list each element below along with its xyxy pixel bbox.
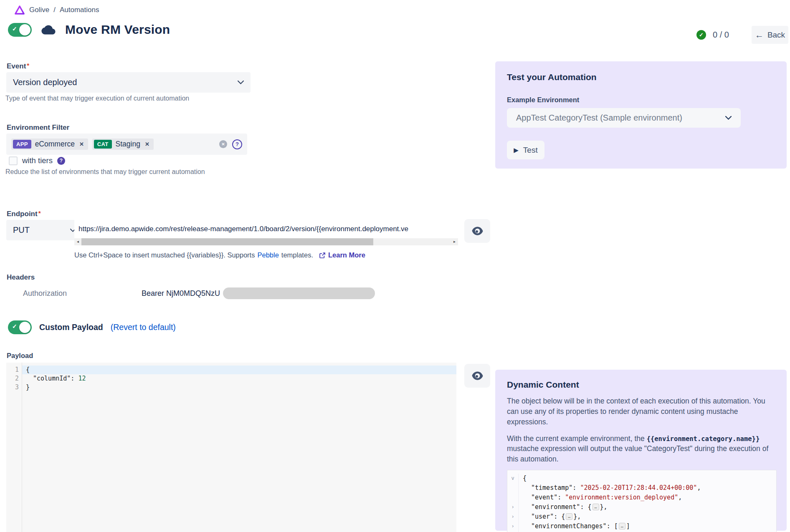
endpoint-url-input[interactable]: https://jira.demo.apwide.com/rest/releas… xyxy=(74,220,466,238)
environment-filter-field[interactable]: APP eCommerce ✕ CAT Staging ✕ ✕ ? xyxy=(6,134,247,155)
expand-ellipsis-button[interactable]: … xyxy=(619,523,625,529)
json-key: "columnId" xyxy=(33,375,71,382)
custom-payload-row: ✓ Custom Payload (Revert to default) xyxy=(8,320,176,334)
json-comma: , xyxy=(697,484,701,492)
dynamic-content-description: The object below will be in the context … xyxy=(507,396,777,427)
endpoint-label-text: Endpoint xyxy=(7,210,38,218)
cat-badge: CAT xyxy=(94,140,112,149)
json-line: "environmentChanges": […] xyxy=(523,522,776,531)
tag-name: Staging xyxy=(116,140,140,149)
scrollbar-track[interactable] xyxy=(81,238,451,245)
check-glyph: ✓ xyxy=(699,32,704,38)
endpoint-helper-suffix: templates. xyxy=(281,251,313,259)
endpoint-label: Endpoint* xyxy=(7,209,41,218)
chevron-down-icon xyxy=(725,116,732,120)
json-line: "environment": {…}, xyxy=(523,502,776,512)
context-json-viewer[interactable]: v › › › { "timestamp": "2025-02-20T17:28… xyxy=(507,470,777,532)
with-tiers-help-icon[interactable]: ? xyxy=(57,157,65,165)
check-icon: ✓ xyxy=(12,26,17,32)
event-select-value: Version deployed xyxy=(13,78,77,87)
endpoint-helper-text: Use Ctrl+Space to insert mustached {{var… xyxy=(74,251,255,259)
gutter-spacer xyxy=(507,483,518,493)
expand-toggle-icon[interactable]: › xyxy=(507,512,518,522)
test-button[interactable]: ▶ Test xyxy=(507,141,544,159)
filter-help-icon[interactable]: ? xyxy=(232,139,242,149)
revert-to-default-link[interactable]: (Revert to default) xyxy=(111,323,176,332)
environment-filter-label: Environment Filter xyxy=(7,124,69,132)
app-badge: APP xyxy=(13,140,31,149)
preview-payload-button[interactable] xyxy=(464,364,490,388)
expand-ellipsis-button[interactable]: … xyxy=(566,513,572,520)
pebble-link[interactable]: Pebble xyxy=(257,251,279,259)
collapse-toggle-icon[interactable]: v xyxy=(507,474,518,483)
clear-filter-icon[interactable]: ✕ xyxy=(219,140,227,148)
editor-gutter: 1 2 3 xyxy=(6,363,22,532)
with-tiers-row: with tiers ? xyxy=(9,156,65,165)
json-number: 12 xyxy=(78,375,86,382)
expand-ellipsis-button[interactable]: … xyxy=(592,504,599,510)
json-separator: : xyxy=(554,513,561,520)
line-number: 3 xyxy=(6,383,19,392)
filter-field-actions: ✕ ? xyxy=(219,139,242,149)
json-separator: : xyxy=(71,375,78,382)
http-method-value: PUT xyxy=(13,225,30,235)
http-method-select[interactable]: PUT xyxy=(6,220,82,240)
url-horizontal-scrollbar[interactable]: ◄ ► xyxy=(74,238,458,245)
expand-toggle-icon[interactable]: › xyxy=(507,522,518,531)
header-value: Bearer NjM0MDQ5NzU xyxy=(142,289,220,298)
json-separator: : xyxy=(557,494,565,501)
custom-payload-label: Custom Payload xyxy=(39,323,103,332)
json-key: "timestamp" xyxy=(531,484,572,492)
custom-payload-toggle[interactable]: ✓ xyxy=(8,320,32,334)
breadcrumb-golive[interactable]: Golive xyxy=(29,6,49,14)
json-gutter: v › › › xyxy=(507,474,519,532)
header-name: Authorization xyxy=(23,289,67,298)
preview-endpoint-button[interactable] xyxy=(464,219,490,243)
eye-icon xyxy=(472,371,483,380)
external-link-icon xyxy=(319,252,326,259)
example-prefix: With the current example environment, th… xyxy=(507,434,645,443)
example-environment-select[interactable]: AppTest CategoryTest (Sample environment… xyxy=(507,108,741,128)
golive-logo-icon xyxy=(14,5,25,15)
page-title: Move RM Version xyxy=(65,23,170,37)
json-line: "user": {…}, xyxy=(523,512,776,522)
scroll-right-icon[interactable]: ► xyxy=(451,238,458,245)
json-key: "environmentChanges" xyxy=(531,522,607,530)
editor-code[interactable]: { "columnId": 12 } xyxy=(22,363,456,532)
executions-counter: 0 / 0 xyxy=(713,30,729,40)
json-value: "environment:version_deployed" xyxy=(565,494,678,501)
breadcrumb-automations: Automations xyxy=(60,6,99,14)
event-select[interactable]: Version deployed xyxy=(6,72,251,93)
payload-editor[interactable]: 1 2 3 { "columnId": 12 } xyxy=(6,363,456,532)
remove-tag-icon[interactable]: ✕ xyxy=(78,141,85,147)
with-tiers-checkbox[interactable] xyxy=(9,156,18,165)
dynamic-content-example: With the current example environment, th… xyxy=(507,434,777,465)
close-glyph: ✕ xyxy=(221,142,225,146)
line-number: 2 xyxy=(6,374,19,383)
json-open: [ xyxy=(614,522,618,530)
scrollbar-thumb[interactable] xyxy=(81,238,373,245)
environment-filter-helper: Reduce the list of environments that may… xyxy=(5,168,205,176)
dynamic-content-panel: Dynamic Content The object below will be… xyxy=(495,370,787,531)
json-line: "event": "environment:version_deployed", xyxy=(523,493,776,502)
json-line: { xyxy=(523,474,776,483)
chevron-down-icon xyxy=(238,81,244,84)
json-code: { "timestamp": "2025-02-20T17:28:44.024+… xyxy=(519,474,776,532)
json-close: }, xyxy=(573,513,581,520)
learn-more-link[interactable]: Learn More xyxy=(319,251,365,259)
required-mark: * xyxy=(38,209,41,217)
test-panel-title: Test your Automation xyxy=(507,72,775,82)
json-separator: : xyxy=(607,522,614,530)
remove-tag-icon[interactable]: ✕ xyxy=(144,141,150,147)
play-icon: ▶ xyxy=(514,147,519,153)
expand-toggle-icon[interactable]: › xyxy=(507,502,518,512)
mustache-expression: {{environment.category.name}} xyxy=(647,435,760,443)
execution-status: ✓ 0 / 0 xyxy=(696,30,729,40)
question-glyph: ? xyxy=(60,158,63,164)
back-button[interactable]: ← Back xyxy=(752,26,788,44)
automation-enabled-toggle[interactable]: ✓ xyxy=(8,23,32,37)
event-label-text: Event xyxy=(7,62,26,70)
example-suffix: mustache expression will output the valu… xyxy=(507,444,768,463)
code-line: { xyxy=(22,366,456,374)
scroll-left-icon[interactable]: ◄ xyxy=(74,238,81,245)
